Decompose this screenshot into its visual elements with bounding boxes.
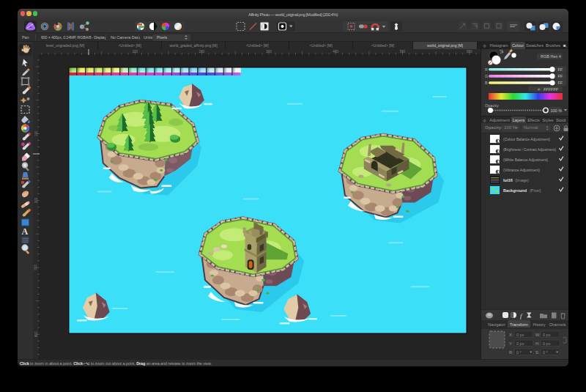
svg-text:FF: FF (558, 74, 563, 78)
svg-text:0 px: 0 px (543, 333, 551, 337)
svg-text:300: 300 (266, 50, 272, 53)
svg-text:(Image): (Image) (515, 178, 529, 182)
svg-text:A: A (22, 226, 29, 237)
svg-text:(Colour Balance Adjustment): (Colour Balance Adjustment) (503, 137, 550, 141)
svg-text:0 px: 0 px (543, 341, 551, 346)
svg-text:200: 200 (34, 197, 38, 203)
svg-text:0 px: 0 px (516, 341, 524, 346)
svg-text:0 °: 0 ° (543, 350, 548, 355)
svg-text:100: 100 (132, 50, 138, 53)
svg-text:100 %: 100 % (551, 108, 563, 113)
svg-text:(Brightness / Contrast Adjustm: (Brightness / Contrast Adjustment) (503, 147, 556, 152)
svg-text:G: G (485, 74, 488, 78)
svg-text:0 °: 0 ° (516, 350, 522, 355)
svg-text:600: 600 (467, 50, 472, 53)
svg-text:100: 100 (34, 130, 38, 136)
svg-text:B: B (485, 81, 488, 85)
svg-text:R:: R: (509, 350, 513, 355)
svg-text:(Vibrance Adjustment): (Vibrance Adjustment) (503, 168, 540, 172)
svg-text:Background: Background (503, 188, 527, 193)
svg-text:X:: X: (509, 333, 513, 337)
svg-text:H:: H: (535, 341, 540, 346)
svg-text:300: 300 (34, 265, 37, 270)
svg-text:500: 500 (400, 50, 406, 53)
svg-text:f: f (520, 312, 523, 319)
svg-text:W:: W: (535, 333, 541, 337)
svg-text:#:: #: (538, 87, 541, 92)
svg-text:S:: S: (535, 350, 540, 355)
svg-text:Y:: Y: (509, 341, 513, 346)
svg-text:FF: FF (558, 81, 563, 85)
svg-text:lut16: lut16 (503, 178, 513, 182)
svg-text:Opacity: Opacity (485, 103, 499, 108)
svg-text:(Pixel): (Pixel) (530, 188, 541, 193)
svg-text:RGB Hex: RGB Hex (541, 54, 557, 59)
svg-text:FF: FF (558, 67, 563, 72)
svg-text:400: 400 (333, 50, 338, 53)
svg-text:200: 200 (199, 50, 205, 53)
svg-text:R: R (485, 67, 488, 72)
svg-text:(White Balance Adjustment): (White Balance Adjustment) (503, 158, 548, 162)
svg-text:0 px: 0 px (516, 333, 524, 337)
svg-text:400: 400 (34, 331, 38, 337)
svg-text:FFFFFF: FFFFFF (544, 87, 559, 92)
